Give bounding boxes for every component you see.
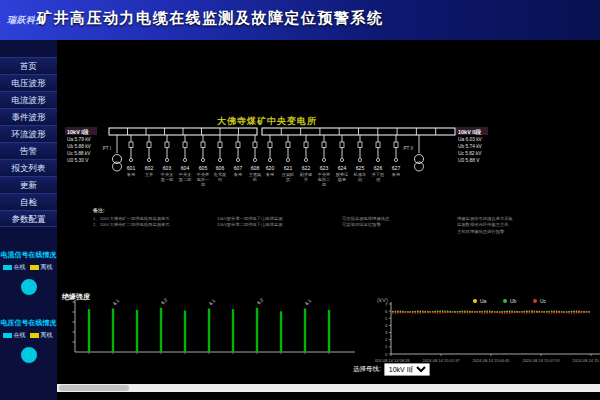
feeder-id: 605 [199, 165, 208, 171]
feeder-name: 明 [376, 177, 380, 182]
sidebar-item-3[interactable]: 事件波形 [0, 108, 57, 125]
breaker-icon [236, 142, 240, 148]
bar-annotation: 6.2 [256, 297, 264, 305]
feeder-606: 606乳化泵站 [214, 135, 227, 182]
bus-voltage-reading: Ua 6.03 kV [458, 137, 483, 142]
sidebar-item-9[interactable]: 参数配置 [0, 210, 57, 227]
legend-label-Ub[interactable]: Ub [510, 298, 517, 304]
voltage-signal-panel-title: 电压信号在线情况 [0, 318, 57, 328]
feeder-id: 622 [302, 165, 311, 171]
notes-title: 备注: [92, 207, 105, 214]
sidebar-item-8[interactable]: 自检 [0, 193, 57, 210]
feeder-name: 回 [322, 182, 326, 187]
bus-name: 10kV II段 [458, 129, 481, 135]
feeder-name: 备用 [266, 172, 274, 177]
sidebar-menu: 首页电压波形电流波形事件波形环流波形告警报文列表更新自检参数配置 [0, 57, 57, 227]
feeder-601: 601备用 [127, 135, 136, 177]
insulation-bar [112, 308, 114, 352]
feeder-name: 输巷 [338, 177, 346, 183]
main-content: 大佛寺煤矿中央变电所10kV I段Ua 5.79 kVUb 5.88 kVUc … [57, 40, 600, 400]
feeder-name: 回 [201, 182, 205, 187]
feeder-id: 608 [251, 165, 260, 171]
insulation-bar [304, 308, 306, 352]
feeder-id: 606 [216, 165, 225, 171]
feeder-604: 604中央水泵二回 [179, 135, 192, 182]
bus-select[interactable]: 10kV II段 [384, 363, 430, 376]
pt-label: PT II [404, 146, 413, 151]
feeder-id: 620 [266, 165, 275, 171]
horizontal-scrollbar[interactable] [57, 384, 600, 392]
offline-label: 离线 [41, 331, 53, 340]
header: 瑞跃科技 矿井高压动力电缆在线监测及故障定位预警系统 [0, 0, 600, 40]
x-tick-label: 2024-08-14 15:11:01 [573, 358, 600, 363]
legend-label-Ua[interactable]: Ua [480, 298, 487, 304]
sidebar-item-2[interactable]: 电流波形 [0, 91, 57, 108]
feeder-id: 601 [127, 165, 136, 171]
legend-dot-Ua [473, 299, 477, 303]
insulation-bar [328, 310, 330, 352]
current-online-donut [21, 279, 37, 295]
pt-transformer-icon: PT II [404, 135, 424, 171]
note-line: 10kV胶带巷一回供电下山电缆监测 [217, 216, 283, 222]
feeder-605: 605中央变电所一回 [197, 135, 210, 187]
feeder-626: 626井下照明 [372, 135, 385, 182]
page-title: 矿井高压动力电缆在线监测及故障定位预警系统 [37, 9, 384, 28]
breaker-icon [358, 142, 362, 148]
bus-select-row: 选择母线: 10kV II段 [353, 362, 430, 376]
feeder-608: 608主通风机 [249, 135, 262, 182]
feeder-607: 607备用 [234, 135, 243, 177]
feeder-id: 624 [338, 165, 347, 171]
feeder-627: 627备用 [392, 135, 401, 177]
feeder-name: 备用 [392, 172, 400, 177]
feeder-name: 间 [358, 177, 362, 183]
feeder-621: 621压风机房 [282, 135, 295, 182]
current-signal-panel: 电流信号在线情况 在线 离线 [0, 250, 57, 295]
insulation-bar [232, 309, 234, 352]
offline-swatch [30, 265, 39, 270]
feeder-id: 625 [356, 165, 365, 171]
breaker-icon [340, 142, 344, 148]
insulation-bar [256, 308, 258, 352]
app-root: 瑞跃科技 矿井高压动力电缆在线监测及故障定位预警系统 首页电压波形电流波形事件波… [0, 0, 600, 400]
current-signal-legend: 在线 离线 [0, 263, 57, 272]
pt-label: PT I [103, 146, 111, 151]
online-swatch [3, 265, 12, 270]
y-tick-label: 5 [385, 316, 388, 321]
bar-annotation: 6.2 [160, 297, 168, 305]
insulation-bar [208, 308, 210, 352]
feeder-id: 623 [320, 165, 329, 171]
sidebar-item-7[interactable]: 更新 [0, 176, 57, 193]
bus-voltage-reading: U0 5.88 V [458, 158, 480, 163]
legend-dot-Uc [533, 299, 537, 303]
sidebar-item-4[interactable]: 环流波形 [0, 125, 57, 142]
sidebar-item-1[interactable]: 电压波形 [0, 74, 57, 91]
feeder-id: 626 [374, 165, 383, 171]
online-label: 在线 [14, 331, 26, 340]
sidebar-item-5[interactable]: 告警 [0, 142, 57, 159]
sidebar-item-6[interactable]: 报文列表 [0, 159, 57, 176]
offline-swatch [30, 333, 39, 338]
bus-voltage-reading: Ub 5.88 kV [67, 144, 92, 149]
current-signal-panel-title: 电流信号在线情况 [0, 250, 57, 260]
y-tick-label: 6 [385, 309, 388, 314]
y-tick-label: 2 [385, 337, 388, 342]
bus-select-label: 选择母线: [353, 365, 381, 374]
y-tick-label: 1 [385, 344, 388, 349]
bar-annotation: 6.1 [304, 298, 312, 306]
bar-annotation: 6.1 [112, 298, 120, 306]
single-line-diagram: 大佛寺煤矿中央变电所10kV I段Ua 5.79 kVUb 5.88 kVUc … [57, 100, 600, 255]
note-line: 可实现故障定位预警 [342, 222, 381, 228]
bus-voltage-reading: Uc 5.88 kV [67, 151, 91, 156]
feeder-id: 602 [145, 165, 154, 171]
sidebar-item-0[interactable]: 首页 [0, 57, 57, 74]
legend-label-Uc[interactable]: Uc [540, 298, 547, 304]
breaker-icon [201, 142, 205, 148]
feeder-id: 604 [181, 165, 190, 171]
y-tick-label: 4 [385, 323, 388, 328]
voltage-signal-panel: 电压信号在线情况 在线 离线 [0, 318, 57, 363]
breaker-icon [286, 142, 290, 148]
breaker-icon [253, 142, 257, 148]
feeder-620: 620备用 [266, 135, 275, 177]
scrollbar-thumb[interactable] [59, 385, 129, 391]
breaker-icon [183, 142, 187, 148]
